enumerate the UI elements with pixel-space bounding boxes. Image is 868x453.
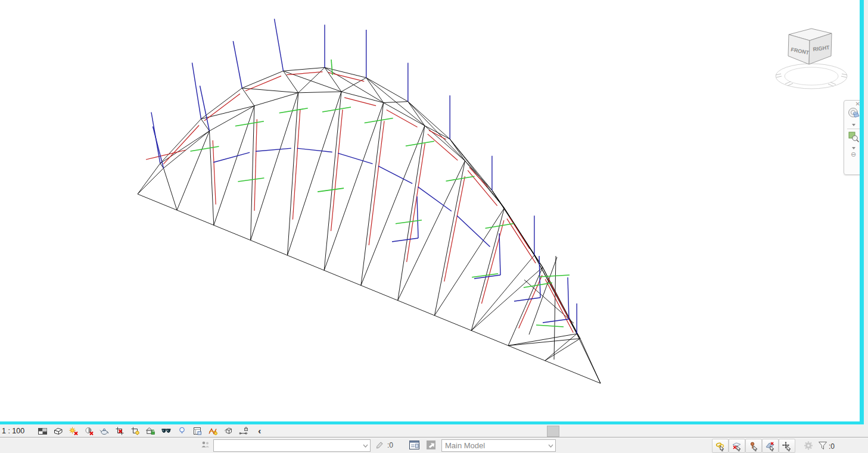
rendering-dialog-icon[interactable] (98, 426, 110, 436)
steering-wheel-dropdown-arrow[interactable] (852, 124, 855, 126)
show-analytical-model-icon[interactable] (207, 426, 219, 436)
shadows-off-icon[interactable] (83, 426, 95, 436)
reveal-hidden-elements-icon[interactable] (176, 426, 188, 436)
select-links-toggle[interactable] (712, 439, 729, 453)
reveal-constraints-icon[interactable] (238, 426, 250, 436)
editing-requests-icon[interactable] (375, 440, 386, 452)
unlocked-3d-view-icon[interactable] (145, 426, 157, 436)
temporary-view-properties-icon[interactable] (191, 426, 203, 436)
zoom-dropdown-arrow[interactable] (852, 147, 855, 149)
select-pinned-elements-toggle[interactable] (745, 439, 762, 453)
design-option-select[interactable]: Main Model (441, 439, 556, 452)
vertical-scrollbar[interactable] (864, 0, 868, 424)
select-underlay-elements-toggle[interactable] (729, 439, 745, 453)
status-bar: :0 Main Model (0, 438, 868, 453)
workset-select[interactable] (213, 439, 371, 452)
highlight-displacement-sets-icon[interactable] (222, 426, 234, 436)
crop-view-off-icon[interactable] (114, 426, 126, 436)
viewcube[interactable]: FRONT RIGHT (772, 25, 859, 92)
horizontal-scrollbar-thumb[interactable] (547, 426, 559, 437)
navbar-divider (847, 129, 860, 129)
worksets-icon[interactable] (200, 440, 211, 452)
view-control-bar: 1 : 100 (0, 426, 261, 436)
horizontal-scrollbar[interactable] (262, 424, 860, 437)
sun-path-off-icon[interactable] (67, 426, 79, 436)
editing-requests-count: :0 (387, 441, 393, 449)
selection-filter-count: :0 (829, 442, 835, 451)
truss-model-canvas[interactable] (0, 0, 860, 421)
detail-level-icon[interactable] (36, 426, 48, 436)
view-control-bar-collapse-arrow[interactable]: ‹ (258, 426, 261, 436)
local-axis-lines[interactable] (191, 60, 570, 327)
show-crop-region-icon[interactable] (129, 426, 141, 436)
design-option-value: Main Model (442, 441, 546, 450)
analytical-member-lines[interactable] (146, 72, 573, 333)
drag-elements-on-selection-toggle[interactable] (779, 439, 795, 453)
model-viewport[interactable]: FRONT RIGHT ✕ ⊖ (0, 0, 860, 421)
filter-icon[interactable] (817, 440, 829, 453)
zoom-icon[interactable] (847, 130, 860, 146)
viewcube-compass-ring[interactable] (776, 64, 847, 89)
design-option-chevron-down-icon[interactable] (546, 440, 555, 451)
temporary-hide-isolate-icon[interactable] (160, 426, 172, 436)
select-elements-by-face-toggle[interactable] (762, 439, 779, 453)
scale-button[interactable]: 1 : 100 (2, 427, 24, 435)
selection-settings-gear-icon[interactable] (803, 440, 814, 453)
model-geometry[interactable] (138, 67, 601, 383)
navbar-minimize-icon[interactable]: ⊖ (851, 151, 856, 157)
design-options-dialog-icon[interactable] (409, 439, 421, 453)
active-only-toggle-icon[interactable] (425, 439, 437, 453)
view-border-right (860, 0, 864, 424)
workset-chevron-down-icon[interactable] (360, 440, 370, 451)
steering-wheel-icon[interactable] (847, 107, 861, 123)
visual-style-icon[interactable] (52, 426, 64, 436)
